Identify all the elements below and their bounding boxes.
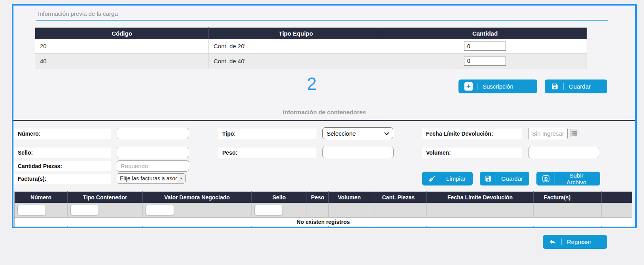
- col-header-cantidad: Cantidad: [383, 28, 587, 39]
- tipo-selected-value: Seleccione: [327, 130, 356, 137]
- suscripcion-button[interactable]: + Suscripción: [458, 80, 537, 93]
- cantidad-piezas-label: Cantidad Piezas:: [14, 161, 111, 171]
- facturas-multiselect[interactable]: ▼: [117, 173, 186, 184]
- table-row: 20 Cont. de 20': [35, 39, 587, 54]
- table-header-row: Código Tipo Equipo Cantidad: [35, 28, 587, 39]
- guardar-contenedor-button[interactable]: Guardar: [480, 172, 529, 186]
- table-row: 40 Cont. de 40': [35, 54, 587, 68]
- chevron-down-icon: [384, 130, 389, 137]
- col-header-fecha-limite: Fecha Límite Devolución: [427, 192, 534, 203]
- table-filter-row: [15, 203, 632, 218]
- facturas-label: Factura(s):: [14, 174, 111, 184]
- peso-label: Peso:: [218, 148, 316, 158]
- dropdown-arrow-icon[interactable]: ▼: [177, 173, 186, 184]
- floppy-save-icon: [485, 174, 492, 183]
- col-header-sello: Sello: [252, 192, 307, 203]
- filter-valor-demora-input[interactable]: [146, 205, 174, 215]
- tipo-select[interactable]: Seleccione: [322, 127, 393, 139]
- table-header-row: Número Tipo Contenedor Valor Demora Nego…: [15, 192, 632, 203]
- fecha-limite-label: Fecha Límite Devolución:: [422, 129, 522, 139]
- sello-label: Sello:: [14, 148, 111, 158]
- col-header-blank-2: [602, 192, 632, 203]
- col-header-blank-1: [581, 192, 602, 203]
- regresar-button[interactable]: Regresar: [543, 235, 607, 249]
- filter-numero-input[interactable]: [17, 205, 46, 215]
- back-arrow-icon: [547, 238, 558, 246]
- col-header-tipo-equipo: Tipo Equipo: [209, 28, 383, 39]
- empty-message: No existen registros: [15, 218, 632, 226]
- volumen-label: Volumen:: [422, 148, 522, 158]
- calendar-icon[interactable]: [570, 129, 578, 137]
- numero-label: Número:: [14, 129, 111, 139]
- plus-square-icon: +: [463, 82, 474, 91]
- col-header-volumen: Volumen: [329, 192, 370, 203]
- tipo-label: Tipo:: [218, 129, 316, 139]
- col-header-codigo: Código: [35, 28, 209, 39]
- guardar-previa-button[interactable]: Guardar: [545, 80, 607, 93]
- facturas-value[interactable]: [117, 173, 177, 184]
- contenedores-table: Número Tipo Contenedor Valor Demora Nego…: [14, 191, 632, 228]
- cantidad-input-20[interactable]: [464, 42, 506, 51]
- sello-input[interactable]: [117, 147, 189, 158]
- col-header-facturas: Factura(s): [534, 192, 581, 203]
- peso-input[interactable]: [322, 147, 394, 158]
- floppy-save-icon: [549, 82, 560, 91]
- file-upload-icon: [541, 174, 551, 183]
- clipped-row: [15, 226, 632, 229]
- empty-message-row: No existen registros: [15, 218, 632, 226]
- cantidad-input-40[interactable]: [464, 57, 506, 66]
- numero-input[interactable]: [117, 128, 189, 139]
- col-header-valor-demora: Valor Demora Negociado: [143, 192, 252, 203]
- limpiar-button[interactable]: Limpiar: [422, 172, 473, 186]
- cell-tipo-equipo: Cont. de 40': [209, 54, 383, 68]
- cell-codigo: 20: [35, 39, 209, 54]
- cantidad-piezas-input[interactable]: [117, 160, 189, 172]
- volumen-input[interactable]: [528, 147, 599, 158]
- col-header-cant-piezas: Cant. Piezas: [370, 192, 427, 203]
- equipos-table: Código Tipo Equipo Cantidad 20 Cont. de …: [35, 27, 587, 68]
- cell-tipo-equipo: Cont. de 20': [209, 39, 383, 54]
- subir-archivo-button[interactable]: Subir Archivo: [536, 172, 600, 186]
- cell-codigo: 40: [35, 54, 209, 68]
- contenedor-form: Número: Sello: Cantidad Piezas: Factura(…: [13, 121, 635, 191]
- fecha-limite-input[interactable]: [528, 128, 568, 139]
- wizard-step-panel: Información previa de la carga Código Ti…: [12, 4, 637, 228]
- col-header-numero: Número: [15, 192, 68, 203]
- col-header-peso: Peso: [307, 192, 329, 203]
- broom-icon: [427, 174, 437, 183]
- section-title-informacion-previa: Información previa de la carga: [36, 10, 608, 21]
- col-header-tipo-contenedor: Tipo Contenedor: [68, 192, 143, 203]
- section-title-informacion-contenedores: Información de contenedores: [13, 109, 635, 115]
- filter-tipo-contenedor-input[interactable]: [70, 205, 99, 215]
- filter-sello-input[interactable]: [254, 205, 283, 215]
